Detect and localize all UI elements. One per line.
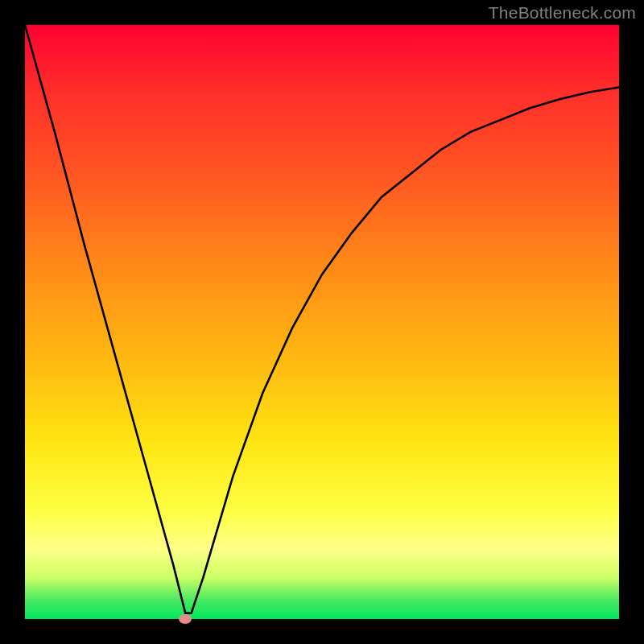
bottleneck-curve xyxy=(25,25,619,613)
chart-frame: TheBottleneck.com xyxy=(0,0,644,644)
chart-svg xyxy=(25,25,619,619)
optimal-point-marker xyxy=(179,614,192,624)
watermark-text: TheBottleneck.com xyxy=(489,3,636,23)
plot-area xyxy=(25,25,619,619)
